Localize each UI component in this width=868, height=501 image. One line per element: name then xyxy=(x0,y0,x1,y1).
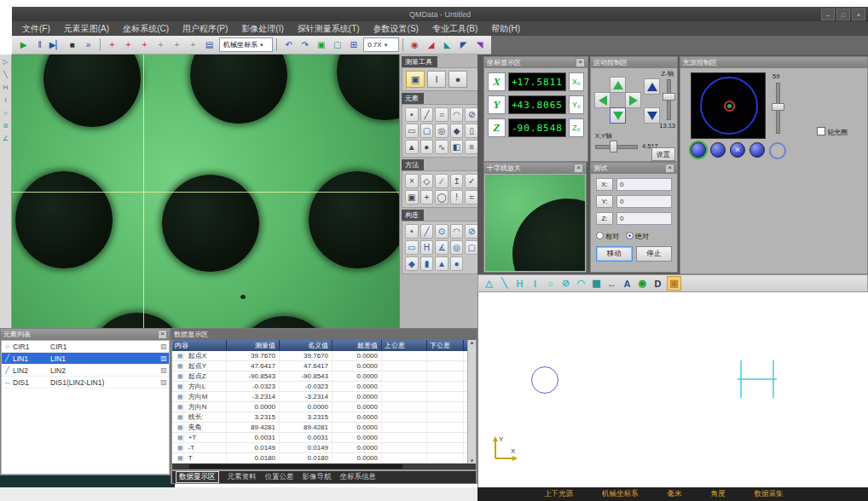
table-row[interactable]: ▦方向N 0.0000 0.0000 0.0000 xyxy=(172,402,476,412)
z-down-button[interactable] xyxy=(644,107,660,124)
menu-item[interactable]: 探针测量系统(T) xyxy=(291,23,367,35)
tool-d-icon[interactable]: ◥ xyxy=(472,37,488,53)
sphere-cad-icon[interactable]: ◉ xyxy=(636,277,649,290)
xy-speed-slider-thumb[interactable] xyxy=(610,141,617,153)
light-ring-preview[interactable] xyxy=(691,72,766,139)
zero-all-icon[interactable]: + xyxy=(104,37,120,53)
stop-icon[interactable]: ■ xyxy=(64,37,80,53)
target-icon[interactable]: ◉ xyxy=(407,37,423,53)
settings-button[interactable]: 设置 xyxy=(651,147,675,161)
jog-axis-button[interactable]: Z: xyxy=(596,212,613,225)
plane-element-icon[interactable]: ≡ xyxy=(465,140,478,154)
stop-button[interactable]: 停止 xyxy=(636,246,673,262)
circle-element-icon[interactable]: ○ xyxy=(435,107,448,122)
circle-icon[interactable]: ○ xyxy=(3,109,8,117)
line-cad-icon[interactable]: ╲ xyxy=(498,277,511,290)
plane-construct-icon[interactable]: ◆ xyxy=(405,256,419,271)
line-element-icon[interactable]: ╱ xyxy=(420,107,434,122)
point-construct-icon[interactable]: • xyxy=(405,224,419,239)
absolute-radio[interactable]: 绝对 xyxy=(626,232,649,241)
zero-y-icon[interactable]: + xyxy=(136,37,153,53)
jog-right-button[interactable] xyxy=(625,92,641,108)
scroll-up-icon[interactable]: ▲ xyxy=(470,340,475,345)
close-icon[interactable]: × xyxy=(852,9,865,20)
jog-axis-button[interactable]: X: xyxy=(596,178,613,191)
probe-mode-button[interactable]: I xyxy=(427,71,446,88)
bottom-tab[interactable]: 影像导航 xyxy=(303,472,332,482)
export-cad-icon[interactable]: ▣ xyxy=(667,276,681,291)
jog-left-button[interactable] xyxy=(594,92,610,108)
cone-construct-icon[interactable]: ▲ xyxy=(435,256,448,271)
ellipse-icon[interactable]: ⊘ xyxy=(3,122,9,130)
angle-construct-icon[interactable]: ∡ xyxy=(435,240,448,255)
ring-mode-checkbox[interactable]: 轮光圈 xyxy=(817,127,848,137)
surface-element-icon[interactable]: ◧ xyxy=(450,140,464,154)
distance-cad-icon[interactable]: I xyxy=(529,277,541,290)
table-row[interactable]: ▦夹角 89.4281 89.4281 0.0000 xyxy=(172,423,476,433)
tool-c-icon[interactable]: ◤ xyxy=(455,37,472,53)
element-edit-icon[interactable]: ▨ xyxy=(159,354,169,362)
close-icon[interactable]: × xyxy=(576,58,585,67)
rectangle-construct-icon[interactable]: ▭ xyxy=(405,240,419,255)
table-row[interactable]: ▦起点Z -90.8543 -90.8543 0.0000 xyxy=(172,371,476,382)
line-icon[interactable]: ╲ xyxy=(3,71,8,78)
jog-down-button[interactable] xyxy=(610,107,626,124)
table-row[interactable]: ▦T 0.0180 0.0180 0.0000 xyxy=(172,453,476,464)
jog-coordinate-input[interactable]: 0 xyxy=(616,178,672,191)
maximize-icon[interactable]: □ xyxy=(836,9,850,20)
slot-icon[interactable]: H xyxy=(3,84,9,91)
save-icon[interactable]: ▤ xyxy=(201,37,217,53)
bottom-light-button[interactable] xyxy=(749,142,765,158)
z-up-button[interactable] xyxy=(644,78,660,95)
table-row[interactable]: ▦起点X 39.7670 39.7670 0.0000 xyxy=(172,351,476,361)
grid-a-icon[interactable]: ▢ xyxy=(329,37,345,53)
label-cad-icon[interactable]: A xyxy=(621,277,634,290)
goto-a-icon[interactable]: + xyxy=(153,37,169,53)
distance-construct-icon[interactable]: H xyxy=(420,240,434,255)
close-icon[interactable]: × xyxy=(665,164,674,173)
camera-mode-button[interactable]: ▣ xyxy=(406,71,425,88)
menu-item[interactable]: 文件(F) xyxy=(15,23,57,35)
arc-cad-icon[interactable]: ◠ xyxy=(575,277,587,290)
table-row[interactable]: ▦线长 3.2315 3.2315 0.0000 xyxy=(172,412,476,423)
methods-group-tab[interactable]: 方法 xyxy=(402,159,424,170)
menu-item[interactable]: 影像处理(I) xyxy=(234,23,290,35)
camera-view[interactable] xyxy=(12,55,399,328)
menu-item[interactable]: 帮助(H) xyxy=(484,23,527,35)
bottom-tab[interactable]: 元素资料 xyxy=(228,472,257,482)
ellipse-construct-icon[interactable]: ⊘ xyxy=(465,224,478,239)
rhombus-element-icon[interactable]: ◆ xyxy=(450,124,464,138)
light-off-button[interactable] xyxy=(769,142,786,159)
coord-system-select[interactable]: 机械坐标系 ▾ xyxy=(219,37,273,52)
pause-icon[interactable]: ‖ xyxy=(32,37,48,53)
ring-element-icon[interactable]: ◎ xyxy=(435,124,448,138)
bottom-tab[interactable]: 位置公差 xyxy=(265,472,294,482)
relative-radio[interactable]: 相对 xyxy=(596,232,619,241)
cad-canvas[interactable]: Y X xyxy=(477,292,868,487)
z-speed-slider-thumb[interactable] xyxy=(663,93,675,101)
sphere-construct-icon[interactable]: ● xyxy=(450,256,464,271)
goto-c-icon[interactable]: + xyxy=(185,37,201,53)
fit-method-icon[interactable]: ≈ xyxy=(465,190,478,204)
cone-element-icon[interactable]: ▲ xyxy=(405,140,419,154)
jog-up-button[interactable] xyxy=(610,77,626,93)
jog-coordinate-input[interactable]: 0 xyxy=(616,212,672,225)
element-edit-icon[interactable]: ▨ xyxy=(159,378,169,386)
laser-mode-button[interactable]: ● xyxy=(448,71,467,88)
table-row[interactable]: ▦方向L -0.0323 -0.0323 0.0000 xyxy=(172,382,476,392)
menu-item[interactable]: 用户程序(P) xyxy=(176,23,234,35)
point-element-icon[interactable]: • xyxy=(405,107,419,122)
ellipse-cad-icon[interactable]: ⊘ xyxy=(559,277,572,290)
checkbox-icon[interactable] xyxy=(817,127,825,135)
add-point-method-icon[interactable]: + xyxy=(420,190,434,204)
jog-axis-button[interactable]: Y: xyxy=(596,195,613,208)
curve-element-icon[interactable]: ∿ xyxy=(435,140,448,154)
circle-scan-method-icon[interactable]: ◯ xyxy=(435,190,448,204)
trace-method-icon[interactable]: ∕ xyxy=(435,174,448,188)
zero-axis-button[interactable]: Z₀ xyxy=(569,118,584,137)
slot-construct-icon[interactable]: ▢ xyxy=(465,240,478,255)
probe-pick-method-icon[interactable]: ↥ xyxy=(450,174,464,188)
redo-icon[interactable]: ↷ xyxy=(297,37,313,53)
tool-a-icon[interactable]: ◢ xyxy=(423,37,439,53)
zero-axis-button[interactable]: Y₀ xyxy=(569,95,584,114)
